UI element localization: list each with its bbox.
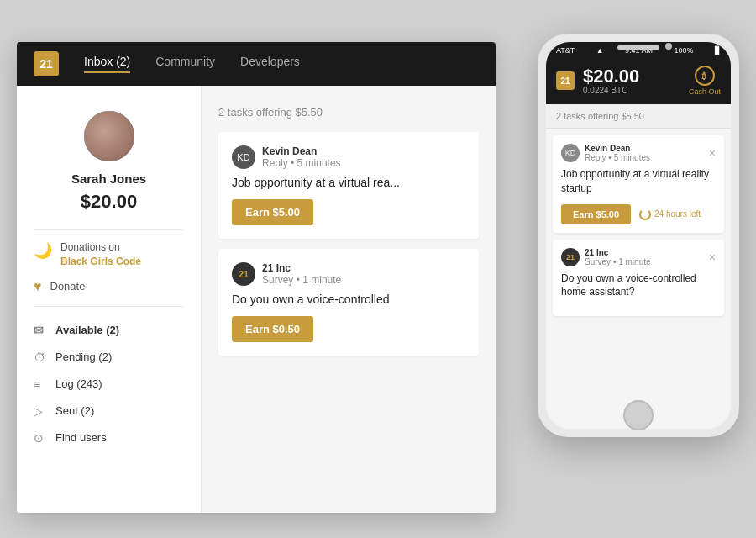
- scene: 21 Inbox (2) Community Developers: [17, 17, 739, 521]
- task-title-1: Job opportunity at a virtual rea...: [232, 176, 465, 189]
- sidebar-menu: ✉ Available (2) ⏱ Pending (2) ≡ Log (243…: [34, 317, 184, 451]
- task-card-2: 21 21 Inc Survey • 1 minute Do you own a…: [218, 249, 479, 356]
- close-button-2[interactable]: ×: [709, 251, 716, 264]
- menu-item-pending[interactable]: ⏱ Pending (2): [34, 344, 184, 371]
- donate-item: ♥ Donate: [34, 279, 184, 294]
- phone-camera: [665, 43, 672, 50]
- earn-button-2[interactable]: Earn $0.50: [232, 316, 313, 342]
- nav-item-community[interactable]: Community: [155, 55, 215, 73]
- menu-item-sent[interactable]: ▷ Sent (2): [34, 398, 184, 425]
- divider: [34, 229, 184, 230]
- phone-balance-btc: 0.0224 BTC: [583, 86, 689, 95]
- task-title-2: Do you own a voice-controlled: [232, 293, 465, 306]
- desktop-window: 21 Inbox (2) Community Developers: [17, 42, 496, 513]
- desktop-logo-icon: 21: [34, 51, 59, 76]
- donate-icon: ♥: [34, 279, 42, 294]
- desktop-topbar: 21 Inbox (2) Community Developers: [17, 42, 496, 86]
- timer-icon: [639, 208, 651, 220]
- earn-button-1[interactable]: Earn $5.00: [232, 199, 313, 225]
- phone-cashout[interactable]: ₿ Cash Out: [689, 66, 721, 96]
- phone-statusbar: AT&T ▲ 9:41 AM 100% ▊: [546, 42, 731, 59]
- menu-item-available[interactable]: ✉ Available (2): [34, 317, 184, 344]
- user-name: Sarah Jones: [34, 171, 184, 186]
- phone-logo-icon: 21: [556, 71, 575, 90]
- bitcoin-icon: ₿: [695, 66, 715, 86]
- search-icon: ⊙: [34, 431, 47, 445]
- phone-sender-avatar-2: 21: [561, 248, 580, 266]
- phone-card-2: 21 21 Inc Survey • 1 minute × Do you own…: [553, 240, 724, 317]
- avatar: [84, 111, 134, 161]
- wifi-icon: ▲: [596, 46, 604, 55]
- promo-link[interactable]: Black Girls Code: [60, 256, 141, 267]
- phone-timer: 24 hours left: [639, 208, 701, 220]
- task-card-1: KD Kevin Dean Reply • 5 minutes Job oppo…: [218, 132, 479, 239]
- phone-task-title-1: Job opportunity at a virtual reality sta…: [561, 167, 716, 196]
- send-icon: ▷: [34, 404, 47, 418]
- menu-item-find-users[interactable]: ⊙ Find users: [34, 425, 184, 451]
- phone: AT&T ▲ 9:41 AM 100% ▊ 21 $20.00 0.0224 B…: [538, 34, 739, 437]
- phone-tasks-header: 2 tasks offering $5.50: [546, 104, 731, 129]
- phone-topbar: 21 $20.00 0.0224 BTC ₿ Cash Out: [546, 59, 731, 104]
- phone-speaker: [617, 45, 659, 50]
- phone-task-title-2: Do you own a voice-controlled home assis…: [561, 272, 716, 300]
- phone-earn-button-1[interactable]: Earn $5.00: [561, 204, 631, 224]
- divider-2: [34, 306, 184, 307]
- desktop-body: Sarah Jones $20.00 🌙 Donations on Black …: [17, 86, 496, 513]
- donations-promo: 🌙 Donations on Black Girls Code: [34, 240, 184, 269]
- phone-sender-avatar-1: KD: [561, 144, 580, 162]
- moon-icon: 🌙: [34, 241, 52, 260]
- nav-item-developers[interactable]: Developers: [240, 55, 300, 73]
- promo-text: Donations on: [60, 241, 120, 253]
- tasks-header: 2 tasks offering $5.50: [218, 106, 479, 119]
- list-icon: ≡: [34, 377, 47, 391]
- user-balance: $20.00: [34, 191, 184, 213]
- phone-balance-usd: $20.00: [583, 67, 689, 86]
- phone-outer: AT&T ▲ 9:41 AM 100% ▊ 21 $20.00 0.0224 B…: [538, 34, 739, 437]
- main-content: 2 tasks offering $5.50 KD Kevin Dean Rep…: [202, 86, 496, 513]
- donate-label: Donate: [50, 280, 86, 293]
- phone-home-button[interactable]: [623, 400, 654, 430]
- close-button-1[interactable]: ×: [709, 146, 716, 160]
- sender-avatar-2: 21: [232, 262, 255, 286]
- clock-icon: ⏱: [34, 351, 47, 364]
- cashout-label: Cash Out: [689, 87, 721, 96]
- sidebar: Sarah Jones $20.00 🌙 Donations on Black …: [17, 86, 202, 513]
- battery-icon: ▊: [715, 46, 721, 55]
- phone-card-1: KD Kevin Dean Reply • 5 minutes × Job op…: [553, 135, 724, 233]
- nav-item-inbox[interactable]: Inbox (2): [84, 55, 130, 73]
- envelope-icon: ✉: [34, 324, 47, 337]
- desktop-nav: Inbox (2) Community Developers: [84, 55, 300, 73]
- phone-screen: AT&T ▲ 9:41 AM 100% ▊ 21 $20.00 0.0224 B…: [546, 42, 731, 429]
- sender-avatar-1: KD: [232, 145, 255, 169]
- menu-item-log[interactable]: ≡ Log (243): [34, 371, 184, 398]
